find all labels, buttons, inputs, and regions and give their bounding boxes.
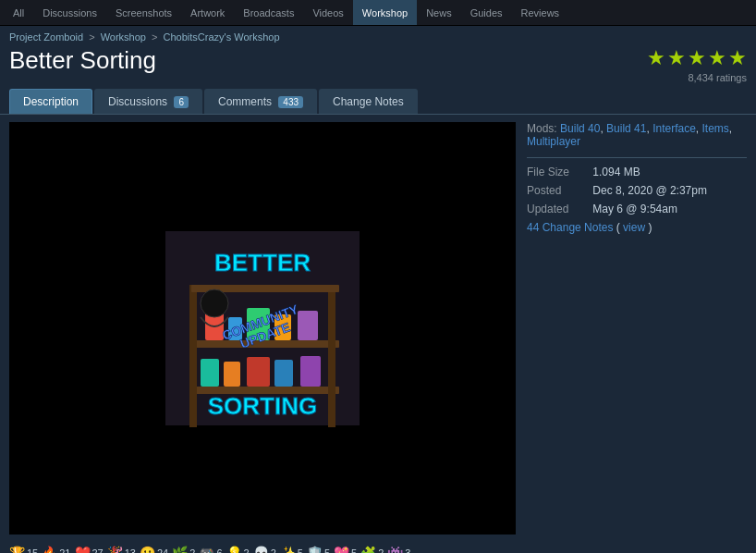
reaction-13[interactable]: 👾 3	[387, 546, 410, 553]
star-4: ★	[708, 46, 726, 70]
nav-videos[interactable]: Videos	[303, 0, 352, 25]
rating-area: ★ ★ ★ ★ ★ 8,434 ratings	[647, 46, 747, 83]
reaction-5[interactable]: 🌿 2	[172, 546, 195, 553]
change-notes-row: 44 Change Notes ( view )	[527, 221, 747, 234]
nav-all[interactable]: All	[4, 0, 33, 25]
tag-interface[interactable]: Interface	[652, 122, 696, 135]
nav-guides[interactable]: Guides	[461, 0, 512, 25]
svg-rect-16	[300, 356, 321, 387]
reaction-11[interactable]: 💖 5	[334, 546, 357, 553]
mods-label: Mods:	[527, 122, 557, 135]
tab-discussions[interactable]: Discussions 6	[94, 89, 202, 114]
reaction-1[interactable]: 🔥 21	[42, 546, 70, 553]
side-info: Mods: Build 40, Build 41, Interface, Ite…	[527, 122, 747, 535]
reaction-2[interactable]: ❤️ 27	[75, 546, 104, 553]
change-notes-label: Change Notes	[543, 221, 614, 234]
reaction-10[interactable]: 🛡️ 5	[307, 546, 330, 553]
updated-label: Updated	[527, 203, 590, 215]
tag-items[interactable]: Items	[702, 122, 729, 135]
change-notes-view: ( view )	[616, 221, 652, 234]
file-size-value: 1.094 MB	[592, 166, 640, 178]
svg-rect-11	[298, 311, 318, 340]
star-5: ★	[728, 46, 747, 70]
reaction-0[interactable]: 🏆 15	[9, 546, 38, 553]
change-notes-view-link[interactable]: view	[623, 221, 645, 234]
change-notes-link[interactable]: 44 Change Notes	[527, 221, 616, 234]
tab-change-notes[interactable]: Change Notes	[319, 89, 418, 114]
svg-rect-15	[274, 360, 293, 387]
file-size-label: File Size	[527, 166, 590, 178]
breadcrumb-project-zomboid[interactable]: Project Zomboid	[9, 31, 83, 43]
svg-rect-5	[328, 285, 335, 427]
discussions-badge: 6	[174, 96, 189, 108]
breadcrumb: Project Zomboid > Workshop > ChobitsCraz…	[0, 26, 756, 44]
reactions-line1: 🏆 15 🔥 21 ❤️ 27 🎉 13 😮 24 🌿 2 🎮 6 💡 2 💀 …	[0, 542, 756, 553]
reaction-8[interactable]: 💀 2	[253, 546, 276, 553]
nav-reviews[interactable]: Reviews	[512, 0, 569, 25]
svg-point-17	[201, 289, 228, 317]
top-nav: All Discussions Screenshots Artwork Broa…	[0, 0, 756, 26]
nav-artwork[interactable]: Artwork	[181, 0, 234, 25]
comments-badge: 433	[278, 96, 303, 108]
title-area: Better Sorting ★ ★ ★ ★ ★ 8,434 ratings	[0, 44, 756, 89]
star-3: ★	[688, 46, 706, 70]
tab-comments[interactable]: Comments 433	[204, 89, 317, 114]
change-notes-count: 44	[527, 221, 539, 234]
star-1: ★	[647, 46, 665, 70]
posted-value: Dec 8, 2020 @ 2:37pm	[592, 184, 707, 197]
tab-description[interactable]: Description	[9, 89, 92, 114]
reaction-6[interactable]: 🎮 6	[199, 546, 222, 553]
updated-row: Updated May 6 @ 9:54am	[527, 203, 747, 215]
star-2: ★	[667, 46, 686, 70]
svg-rect-14	[247, 357, 270, 387]
posted-row: Posted Dec 8, 2020 @ 2:37pm	[527, 184, 747, 197]
posted-label: Posted	[527, 184, 590, 197]
svg-text:SORTING: SORTING	[208, 392, 317, 420]
main-content: BETTER COMMUNITY UPDATE SORTING Mods: Bu…	[0, 115, 756, 542]
svg-text:BETTER: BETTER	[214, 249, 311, 276]
nav-screenshots[interactable]: Screenshots	[106, 0, 181, 25]
svg-rect-4	[189, 285, 197, 427]
ratings-count: 8,434 ratings	[688, 72, 747, 83]
mod-preview-image: BETTER COMMUNITY UPDATE SORTING	[164, 229, 361, 427]
svg-rect-13	[224, 362, 240, 387]
tag-build40[interactable]: Build 40	[560, 122, 600, 135]
reaction-12[interactable]: 🧩 2	[360, 546, 384, 553]
mods-tags-row: Mods: Build 40, Build 41, Interface, Ite…	[527, 122, 747, 148]
breadcrumb-author[interactable]: ChobitsCrazy's Workshop	[164, 31, 280, 43]
stars: ★ ★ ★ ★ ★	[647, 46, 747, 70]
nav-news[interactable]: News	[417, 0, 461, 25]
reaction-3[interactable]: 🎉 13	[107, 546, 136, 553]
svg-rect-12	[201, 359, 219, 387]
tag-multiplayer[interactable]: Multiplayer	[527, 135, 580, 148]
updated-value: May 6 @ 9:54am	[592, 203, 677, 215]
nav-discussions[interactable]: Discussions	[33, 0, 106, 25]
reaction-9[interactable]: ✨ 5	[280, 546, 303, 553]
nav-workshop[interactable]: Workshop	[353, 0, 417, 25]
file-size-row: File Size 1.094 MB	[527, 166, 747, 178]
reaction-7[interactable]: 💡 2	[226, 546, 250, 553]
nav-broadcasts[interactable]: Broadcasts	[234, 0, 303, 25]
image-area: BETTER COMMUNITY UPDATE SORTING	[9, 122, 516, 535]
tag-build41[interactable]: Build 41	[606, 122, 646, 135]
reaction-4[interactable]: 😮 24	[140, 546, 168, 553]
page-title: Better Sorting	[9, 46, 156, 75]
breadcrumb-workshop[interactable]: Workshop	[101, 31, 146, 43]
divider-1	[527, 157, 747, 158]
tabs-bar: Description Discussions 6 Comments 433 C…	[0, 89, 756, 115]
